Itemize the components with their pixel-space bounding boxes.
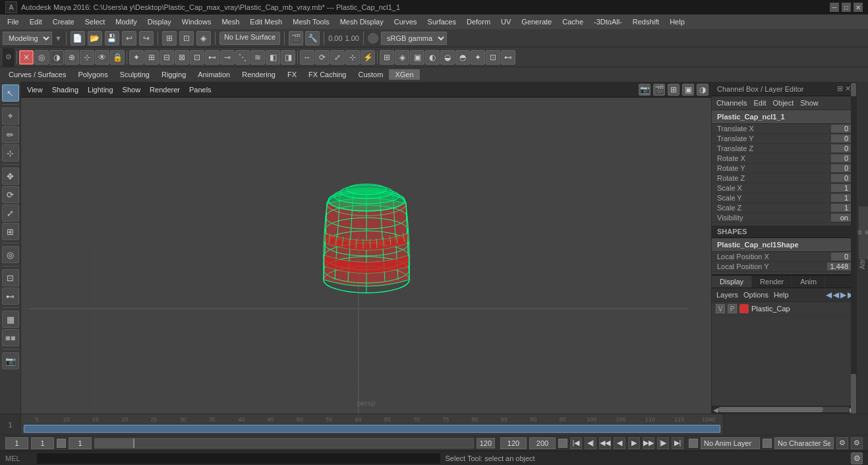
soft-select-button[interactable]: ◎ [2,246,19,263]
frame-end-input[interactable] [500,437,527,449]
tool-icon-19[interactable]: ⊹ [345,50,360,65]
tool-icon-7[interactable]: 🔒 [110,50,125,65]
attr-translate-x[interactable]: Translate X 0 [712,124,856,134]
new-scene-button[interactable]: 📄 [71,31,85,46]
viewport-menu-shading[interactable]: Shading [49,85,82,94]
tool-icon-6[interactable]: 👁 [95,50,109,65]
color-profile-selector[interactable]: sRGB gamma [381,32,447,45]
attribute-editor-tab[interactable]: Attribute Editor ⊞ ⊟ [856,82,868,414]
render-settings[interactable]: 🔧 [305,31,320,46]
shelf-rigging[interactable]: Rigging [156,69,192,80]
layout-button[interactable]: ▦ [2,311,19,328]
tool-rotate[interactable]: ⟳ [315,50,330,65]
tool-icon-27[interactable]: ✦ [471,50,485,65]
render-button[interactable]: 🎬 [289,31,303,46]
layer-scrollbar-thumb[interactable] [718,407,823,412]
shelf-rendering[interactable]: Rendering [236,69,281,80]
shelf-sculpting[interactable]: Sculpting [114,69,156,80]
play-back-button[interactable]: ◀ [614,437,625,449]
menu-select[interactable]: Select [80,16,110,27]
open-button[interactable]: 📂 [88,31,102,46]
timeline-slider[interactable] [94,438,474,449]
anim-layer-input[interactable] [701,437,760,449]
tool-icon-11[interactable]: ⊠ [175,50,189,65]
camera-button[interactable]: 📷 [2,352,19,369]
shelf-curves-surfaces[interactable]: Curves / Surfaces [3,69,72,80]
grid-view-button[interactable]: ▦▦ [2,329,19,346]
shelf-custom[interactable]: Custom [353,69,390,80]
cb-menu-show[interactable]: Show [798,98,821,108]
tool-icon-18[interactable]: ◨ [281,50,295,65]
vp-icon-render[interactable]: 🎬 [653,84,665,96]
command-input[interactable] [37,453,440,464]
tool-icon-1[interactable]: ✕ [19,50,34,65]
menu-generate[interactable]: Generate [517,16,556,27]
tool-icon-5[interactable]: ⊹ [80,50,94,65]
frame-counter-2[interactable] [31,437,54,449]
char-set-button-1[interactable]: ⚙ [836,437,848,449]
menu-create[interactable]: Create [48,16,79,27]
layer-icon-1[interactable]: ◀ [826,290,832,299]
shelf-fx-caching[interactable]: FX Caching [303,69,352,80]
color-mode[interactable] [368,33,378,44]
layer-visibility-toggle[interactable]: V [716,304,725,313]
viewport-menu-renderer[interactable]: Renderer [146,85,183,94]
menu-windows[interactable]: Windows [177,16,216,27]
layer-icon-2[interactable]: ◀ [833,290,839,299]
timeline-track[interactable]: 5 10 15 20 25 30 35 40 45 50 55 60 65 70… [21,414,723,435]
menu-cache[interactable]: Cache [558,16,588,27]
menu-surfaces[interactable]: Surfaces [423,16,461,27]
layer-item-plastic-cap[interactable]: V P Plastic_Cap [712,302,856,316]
snap-button[interactable]: ⊷ [2,288,19,305]
menu-curves[interactable]: Curves [390,16,422,27]
status-settings-button[interactable]: ⚙ [851,452,863,464]
attr-local-pos-x[interactable]: Local Position X 0 [712,252,856,262]
play-forward-button[interactable]: ▶ [628,437,640,449]
menu-mesh-display[interactable]: Mesh Display [335,16,388,27]
cb-close-button[interactable]: ✕ [845,84,851,93]
menu-modify[interactable]: Modify [111,16,141,27]
close-button[interactable]: ✕ [854,3,863,12]
menu-deform[interactable]: Deform [462,16,495,27]
attr-rotate-x[interactable]: Rotate X 0 [712,154,856,164]
menu-display[interactable]: Display [143,16,176,27]
tool-icon-29[interactable]: ⊷ [501,50,515,65]
tool-icon-10[interactable]: ⊟ [159,50,174,65]
layer-scrollbar-track[interactable] [718,407,850,412]
rotate-tool-button[interactable]: ⟳ [2,186,19,203]
layer-scroll-left[interactable]: ◀ [713,406,718,414]
snap-curve[interactable]: ◈ [196,31,211,46]
viewport-menu-lighting[interactable]: Lighting [84,85,117,94]
layer-scrollbar[interactable]: ◀ ▶ [712,406,856,414]
char-set-button-2[interactable]: ⚙ [851,437,863,449]
tool-icon-9[interactable]: ⊞ [144,50,159,65]
vp-wireframe[interactable]: ▣ [682,84,694,96]
current-frame-input[interactable] [5,437,28,449]
attr-local-pos-y[interactable]: Local Position Y 1.448 [712,262,856,272]
show-manip-button[interactable]: ⊡ [2,269,19,286]
minimize-button[interactable]: ─ [830,3,839,12]
window-controls[interactable]: ─ □ ✕ [830,3,863,12]
tool-icon-26[interactable]: ◓ [455,50,470,65]
shelf-polygons[interactable]: Polygons [72,69,113,80]
tool-icon-8[interactable]: ✦ [129,50,144,65]
tool-icon-22[interactable]: ◈ [395,50,409,65]
attr-translate-z[interactable]: Translate Z 0 [712,144,856,154]
maximize-button[interactable]: □ [842,3,851,12]
next-key-button[interactable]: ▶▶ [643,437,654,449]
menu-uv[interactable]: UV [496,16,515,27]
menu-edit-mesh[interactable]: Edit Mesh [245,16,287,27]
settings-gear-icon[interactable]: ⚙ [3,48,14,67]
scale-tool-button[interactable]: ⤢ [2,204,19,222]
menu-file[interactable]: File [3,16,24,27]
viewport-menu-show[interactable]: Show [119,85,144,94]
layer-tab-anim[interactable]: Anim [792,276,825,288]
vp-shaded[interactable]: ◑ [697,84,709,96]
tool-icon-28[interactable]: ⊡ [486,50,500,65]
mode-selector[interactable]: Modeling [3,32,52,45]
tool-icon-4[interactable]: ⊕ [65,50,79,65]
tool-scale[interactable]: ⤢ [330,50,345,65]
range-start-input[interactable] [69,437,92,449]
universal-manip-button[interactable]: ⊞ [2,223,19,240]
step-forward-button[interactable]: |▶ [657,437,669,449]
